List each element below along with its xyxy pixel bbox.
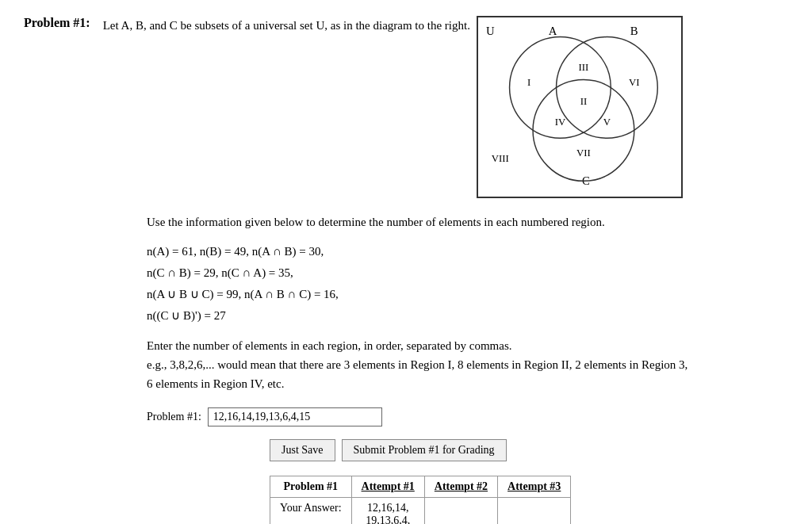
- table-header-attempt2[interactable]: Attempt #2: [424, 476, 497, 498]
- venn-diagram: U A B C: [477, 16, 683, 198]
- table-header-attempt1[interactable]: Attempt #1: [351, 476, 424, 498]
- venn-region-V: V: [603, 117, 611, 128]
- table-row-answer: Your Answer: 12,16,14,19,13,6,4,15: [270, 498, 571, 525]
- attempt3-answer: [498, 498, 571, 525]
- venn-region-VI: VI: [629, 77, 639, 88]
- submit-button[interactable]: Submit Problem #1 for Grading: [342, 439, 507, 461]
- svg-point-2: [533, 80, 634, 182]
- instructions: Enter the number of elements in each reg…: [147, 336, 788, 393]
- answer-input[interactable]: [208, 407, 382, 426]
- venn-region-VIII: VIII: [492, 153, 509, 164]
- venn-label-A: A: [549, 25, 557, 37]
- venn-label-B: B: [630, 25, 638, 37]
- buttons-row: Just Save Submit Problem #1 for Grading: [270, 439, 788, 461]
- venn-region-VII: VII: [576, 147, 591, 159]
- venn-region-IV: IV: [555, 117, 566, 128]
- table-header-attempt3[interactable]: Attempt #3: [498, 476, 571, 498]
- venn-region-III: III: [578, 62, 588, 73]
- given-line-3: n(A ∪ B ∪ C) = 99, n(A ∩ B ∩ C) = 16,: [147, 284, 788, 305]
- just-save-button[interactable]: Just Save: [270, 439, 335, 461]
- attempt1-answer: 12,16,14,19,13,6,4,15: [351, 498, 424, 525]
- your-answer-label: Your Answer:: [270, 498, 352, 525]
- given-values: n(A) = 61, n(B) = 49, n(A ∩ B) = 30, n(C…: [147, 241, 788, 327]
- answer-label: Problem #1:: [147, 411, 201, 423]
- use-info-text: Use the information given below to deter…: [147, 212, 788, 231]
- answer-row: Problem #1:: [147, 407, 788, 426]
- problem-title: Problem #1:: [24, 16, 90, 30]
- venn-region-I: I: [527, 77, 530, 88]
- attempt2-answer: [424, 498, 497, 525]
- problem-description: Let A, B, and C be subsets of a universa…: [103, 16, 470, 35]
- instruction-line-1: Enter the number of elements in each reg…: [147, 336, 788, 355]
- attempts-table: Problem #1 Attempt #1 Attempt #2 Attempt…: [270, 476, 571, 524]
- instruction-line-2: e.g., 3,8,2,6,... would mean that there …: [147, 355, 788, 374]
- instruction-line-3: 6 elements in Region IV, etc.: [147, 374, 788, 393]
- given-line-1: n(A) = 61, n(B) = 49, n(A ∩ B) = 30,: [147, 241, 788, 262]
- given-line-4: n((C ∪ B)') = 27: [147, 305, 788, 327]
- given-line-2: n(C ∩ B) = 29, n(C ∩ A) = 35,: [147, 262, 788, 284]
- venn-region-II: II: [580, 96, 588, 107]
- table-header-problem: Problem #1: [270, 476, 352, 498]
- description-text: Let A, B, and C be subsets of a universa…: [103, 19, 470, 32]
- venn-label-U: U: [486, 25, 495, 37]
